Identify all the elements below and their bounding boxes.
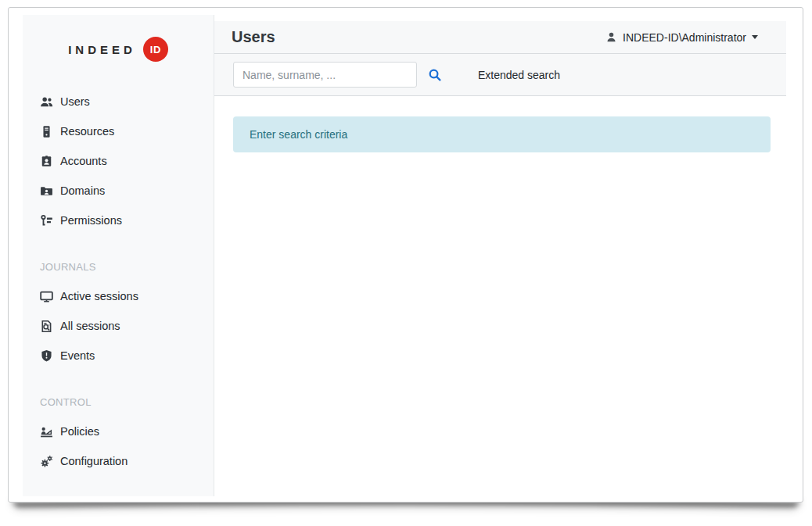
page-header: Users INDEED-ID\Administrator xyxy=(214,21,786,54)
search-input[interactable] xyxy=(233,62,417,88)
sidebar-item-policies[interactable]: Policies xyxy=(23,417,214,446)
content-area: Enter search criteria xyxy=(214,116,786,152)
users-icon xyxy=(40,95,53,109)
sidebar-item-label: Events xyxy=(60,349,95,362)
accounts-badge-icon xyxy=(40,155,53,168)
user-menu[interactable]: INDEED-ID\Administrator xyxy=(605,31,758,44)
gears-icon xyxy=(40,455,53,468)
info-alert: Enter search criteria xyxy=(233,116,771,152)
sidebar-item-label: Active sessions xyxy=(60,290,138,302)
page-title: Users xyxy=(232,28,275,46)
sidebar-item-events[interactable]: Events xyxy=(23,341,214,370)
search-bar: Extended search xyxy=(214,54,786,96)
sidebar-item-label: Users xyxy=(60,95,90,108)
session-log-icon xyxy=(40,320,53,333)
domain-folder-icon xyxy=(40,184,53,198)
main-column: Users INDEED-ID\Administrator Extended s… xyxy=(214,21,786,152)
sidebar-item-label: Accounts xyxy=(60,155,107,167)
app-window: INDEED ID UsersResourcesAccountsDomainsP… xyxy=(8,7,803,503)
sidebar-item-domains[interactable]: Domains xyxy=(23,176,214,206)
sidebar-item-label: Configuration xyxy=(60,455,128,467)
person-icon xyxy=(605,31,617,43)
sidebar-item-users[interactable]: Users xyxy=(23,87,214,116)
search-button[interactable] xyxy=(428,66,447,84)
sidebar-nav: UsersResourcesAccountsDomainsPermissions… xyxy=(23,87,214,476)
sidebar-item-label: Domains xyxy=(60,184,105,197)
sidebar-item-resources[interactable]: Resources xyxy=(23,116,214,146)
sidebar-item-label: Policies xyxy=(60,425,99,438)
sidebar-section-heading-journals: JOURNALS xyxy=(23,252,214,281)
brand-logo: INDEED ID xyxy=(23,15,214,62)
user-menu-label: INDEED-ID\Administrator xyxy=(623,31,746,44)
sidebar: INDEED ID UsersResourcesAccountsDomainsP… xyxy=(23,15,214,496)
sidebar-item-label: Permissions xyxy=(60,214,122,227)
extended-search-link[interactable]: Extended search xyxy=(478,69,560,81)
chevron-down-icon xyxy=(752,35,758,39)
policies-chart-icon xyxy=(40,425,53,438)
sidebar-section-heading-control: CONTROL xyxy=(23,387,214,417)
sidebar-item-all-sessions[interactable]: All sessions xyxy=(23,311,214,341)
sidebar-item-label: All sessions xyxy=(60,320,120,332)
monitor-icon xyxy=(40,290,53,303)
shield-exclamation-icon xyxy=(40,349,53,363)
sidebar-item-accounts[interactable]: Accounts xyxy=(23,146,214,176)
resources-icon xyxy=(40,125,53,138)
screenshot-canvas: INDEED ID UsersResourcesAccountsDomainsP… xyxy=(0,0,812,526)
brand-badge: ID xyxy=(143,37,168,62)
sidebar-item-active-sessions[interactable]: Active sessions xyxy=(23,281,214,311)
sidebar-item-permissions[interactable]: Permissions xyxy=(23,206,214,235)
permissions-key-icon xyxy=(40,214,53,227)
brand-text: INDEED xyxy=(68,43,136,56)
sidebar-item-label: Resources xyxy=(60,125,114,138)
sidebar-item-configuration[interactable]: Configuration xyxy=(23,446,214,476)
alert-message: Enter search criteria xyxy=(250,128,347,141)
search-icon xyxy=(428,68,447,82)
